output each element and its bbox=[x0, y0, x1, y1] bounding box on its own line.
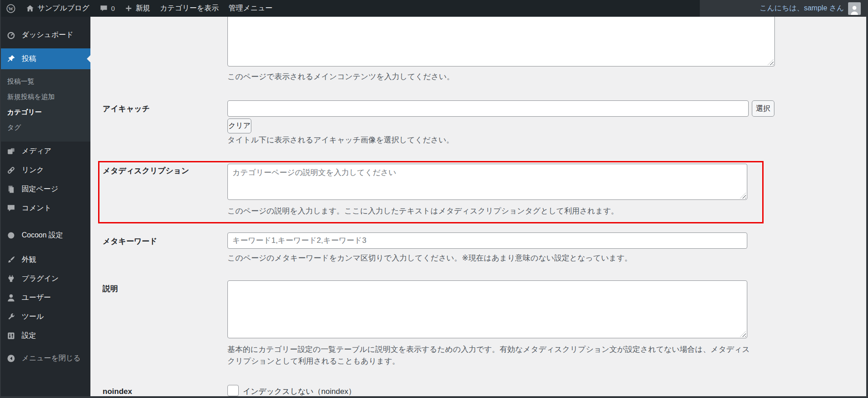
sidebar-item-label: 設定 bbox=[22, 331, 36, 341]
sidebar-item-comments[interactable]: コメント bbox=[0, 199, 90, 218]
site-name-menu[interactable]: サンプルブログ bbox=[21, 0, 94, 17]
noindex-checkbox[interactable] bbox=[227, 385, 239, 396]
site-name: サンプルブログ bbox=[38, 4, 90, 13]
submenu-item-all-posts[interactable]: 投稿一覧 bbox=[0, 74, 90, 89]
window-border-bottom bbox=[0, 396, 868, 398]
sidebar-item-label: コメント bbox=[22, 204, 52, 213]
eyecatch-input[interactable] bbox=[227, 100, 749, 117]
sidebar-item-label: ユーザー bbox=[22, 293, 51, 303]
menu-separator bbox=[0, 245, 90, 250]
submenu-item-label: タグ bbox=[7, 123, 21, 132]
window-border-left bbox=[0, 0, 1, 398]
description-textarea[interactable] bbox=[227, 280, 747, 338]
meta-description-textarea-wrap bbox=[227, 164, 747, 200]
pages-icon bbox=[6, 185, 16, 194]
svg-text:W: W bbox=[9, 5, 14, 11]
sidebar-item-label: メニューを閉じる bbox=[22, 354, 80, 363]
comments-menu[interactable]: 0 bbox=[94, 0, 120, 17]
category-edit-form: このページで表示されるメインコンテンツを入力してください。 アイキャッチ 選択 … bbox=[0, 0, 868, 398]
sidebar-item-collapse-menu[interactable]: メニューを閉じる bbox=[0, 349, 90, 368]
submenu-item-label: 新規投稿を追加 bbox=[7, 93, 55, 101]
home-icon bbox=[26, 4, 34, 13]
meta-description-label: メタディスクリプション bbox=[103, 166, 189, 176]
wordpress-logo-menu[interactable]: W bbox=[0, 0, 21, 17]
users-icon bbox=[6, 293, 16, 303]
sidebar-item-links[interactable]: リンク bbox=[0, 161, 90, 180]
sidebar-item-label: Cocoon 設定 bbox=[22, 231, 63, 240]
avatar bbox=[848, 2, 861, 15]
view-category-label: カテゴリーを表示 bbox=[160, 4, 219, 13]
submenu-item-tags[interactable]: タグ bbox=[0, 120, 90, 135]
meta-keywords-input[interactable] bbox=[227, 232, 747, 249]
sidebar-item-label: プラグイン bbox=[22, 274, 59, 284]
wordpress-admin-page: このページで表示されるメインコンテンツを入力してください。 アイキャッチ 選択 … bbox=[0, 0, 868, 398]
sidebar-item-media[interactable]: メディア bbox=[0, 142, 90, 161]
menu-separator bbox=[0, 218, 90, 226]
sidebar-item-label: メディア bbox=[22, 147, 52, 156]
submenu-item-add-new[interactable]: 新規投稿を追加 bbox=[0, 89, 90, 104]
cocoon-icon bbox=[6, 231, 16, 240]
admin-bar: W サンプルブログ 0 新規 カテゴリーを表示 管理メニュー bbox=[0, 0, 868, 17]
pushpin-icon bbox=[6, 54, 16, 64]
menu-separator bbox=[0, 345, 90, 349]
meta-description-textarea[interactable] bbox=[227, 164, 747, 200]
new-content-menu[interactable]: 新規 bbox=[120, 0, 155, 17]
sidebar-item-label: ダッシュボード bbox=[22, 30, 73, 40]
sidebar-item-plugins[interactable]: プラグイン bbox=[0, 269, 90, 288]
eyecatch-select-button[interactable]: 選択 bbox=[752, 100, 774, 117]
description-textarea-wrap bbox=[227, 280, 747, 338]
eyecatch-label: アイキャッチ bbox=[103, 104, 150, 114]
media-icon bbox=[6, 147, 16, 156]
collapse-icon bbox=[6, 354, 16, 363]
sidebar-item-tools[interactable]: ツール bbox=[0, 307, 90, 326]
sidebar-item-dashboard[interactable]: ダッシュボード bbox=[0, 25, 90, 45]
submenu-item-label: 投稿一覧 bbox=[7, 77, 34, 86]
tools-icon bbox=[6, 312, 16, 322]
dashboard-icon bbox=[6, 30, 16, 40]
description-label: 説明 bbox=[103, 284, 118, 294]
my-account-menu[interactable]: こんにちは、sample さん bbox=[700, 0, 866, 17]
admin-menu-item[interactable]: 管理メニュー bbox=[224, 0, 278, 17]
settings-icon bbox=[6, 331, 16, 341]
admin-sidebar: ダッシュボード 投稿 投稿一覧 新規投稿を追加 カテゴリー タグ bbox=[0, 17, 90, 398]
posts-submenu: 投稿一覧 新規投稿を追加 カテゴリー タグ bbox=[0, 69, 90, 142]
main-content-help: このページで表示されるメインコンテンツを入力してください。 bbox=[227, 71, 454, 83]
plugin-icon bbox=[6, 274, 16, 284]
sidebar-item-label: リンク bbox=[22, 166, 44, 175]
new-label: 新規 bbox=[136, 4, 150, 13]
meta-keywords-help: このページのメタキーワードをカンマ区切りで入力してください。※現在はあまり意味の… bbox=[227, 252, 632, 264]
plus-icon bbox=[125, 5, 132, 12]
greeting-text: こんにちは、sample さん bbox=[760, 4, 844, 13]
submenu-item-label: カテゴリー bbox=[7, 108, 42, 117]
submenu-item-categories[interactable]: カテゴリー bbox=[0, 104, 90, 120]
sidebar-item-pages[interactable]: 固定ページ bbox=[0, 180, 90, 199]
appearance-icon bbox=[6, 255, 16, 265]
meta-description-help: このページの説明を入力します。ここに入力したテキストはメタディスクリプションタグ… bbox=[227, 205, 619, 217]
sidebar-item-appearance[interactable]: 外観 bbox=[0, 250, 90, 269]
comment-icon bbox=[6, 204, 16, 213]
comment-bubble-icon bbox=[99, 4, 108, 13]
admin-menu-label: 管理メニュー bbox=[229, 4, 273, 13]
link-icon bbox=[6, 166, 16, 175]
window-border-right bbox=[866, 0, 868, 398]
sidebar-item-label: ツール bbox=[22, 312, 44, 322]
eyecatch-help: タイトル下に表示されるアイキャッチ画像を選択してください。 bbox=[227, 134, 454, 146]
sidebar-item-label: 外観 bbox=[22, 255, 36, 265]
sidebar-item-settings[interactable]: 設定 bbox=[0, 326, 90, 345]
meta-keywords-label: メタキーワード bbox=[103, 236, 157, 246]
eyecatch-clear-button[interactable]: クリア bbox=[227, 118, 251, 133]
sidebar-item-users[interactable]: ユーザー bbox=[0, 288, 90, 307]
wordpress-logo-icon: W bbox=[6, 4, 16, 14]
noindex-checkbox-label[interactable]: インデックスしない（noindex） bbox=[243, 386, 356, 397]
noindex-label: noindex bbox=[103, 387, 132, 396]
view-category-menu[interactable]: カテゴリーを表示 bbox=[155, 0, 224, 17]
sidebar-item-label: 投稿 bbox=[22, 54, 36, 64]
description-help: 基本的にカテゴリー設定の一覧テーブルに説明文を表示するための入力です。有効なメタ… bbox=[227, 344, 754, 368]
sidebar-item-label: 固定ページ bbox=[22, 185, 58, 194]
sidebar-item-posts[interactable]: 投稿 bbox=[0, 48, 90, 69]
comment-count: 0 bbox=[111, 5, 115, 12]
sidebar-item-cocoon-settings[interactable]: Cocoon 設定 bbox=[0, 226, 90, 245]
